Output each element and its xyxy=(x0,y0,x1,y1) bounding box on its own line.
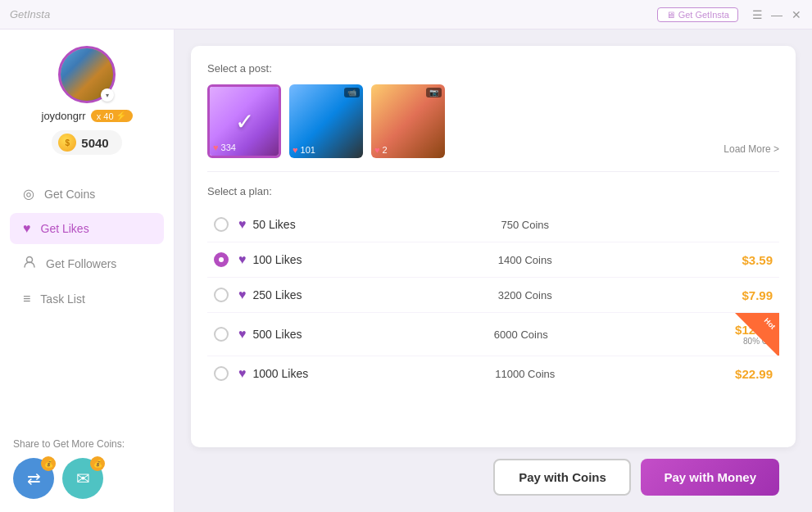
plan-heart-icon: ♥ xyxy=(238,288,247,302)
plan-250-likes[interactable]: ♥ 250 Likes 3200 Coins $7.99 xyxy=(207,278,779,313)
posts-row: ✓ ♥ 334 📹 ♥ 101 xyxy=(207,84,724,158)
titlebar-right: 🖥 Get GetInsta ☰ — ✕ xyxy=(657,7,802,22)
plan-500-radio[interactable] xyxy=(214,327,229,342)
post-2-bg: 📹 ♥ 101 xyxy=(289,84,363,158)
avatar-dropdown-icon[interactable]: ▾ xyxy=(101,88,114,102)
coins-nav-icon: ◎ xyxy=(23,186,34,202)
share-email-badge: 💰 xyxy=(90,456,105,471)
pay-with-coins-button[interactable]: Pay with Coins xyxy=(493,459,631,496)
plan-250-radio[interactable] xyxy=(214,288,229,302)
plan-100-name: 100 Likes xyxy=(253,253,335,266)
plan-500-name: 500 Likes xyxy=(253,328,335,341)
plan-100-coins: 1400 Coins xyxy=(335,254,716,266)
share-buttons: ⇄ 💰 ✉ 💰 xyxy=(13,458,161,499)
share-label: Share to Get More Coins: xyxy=(13,438,161,450)
username-row: joydongrr x 40 ⚡ xyxy=(42,110,133,122)
sidebar-item-task-list[interactable]: ≡ Task List xyxy=(10,283,164,315)
username-label: joydongrr xyxy=(42,110,86,122)
sidebar-item-label: Get Likes xyxy=(41,222,89,235)
hot-badge: Hot xyxy=(735,313,779,356)
post-2-likes-count: 101 xyxy=(301,145,315,155)
plan-1000-name: 1000 Likes xyxy=(253,367,335,380)
main-layout: ▾ joydongrr x 40 ⚡ $ 5040 ◎ Get Coins ♥ … xyxy=(0,29,812,512)
sidebar-item-label: Get Coins xyxy=(44,188,95,201)
lightning-icon: ⚡ xyxy=(116,111,127,121)
get-insta-button[interactable]: 🖥 Get GetInsta xyxy=(657,7,738,22)
plan-100-likes[interactable]: ♥ 100 Likes 1400 Coins $3.59 xyxy=(207,242,779,278)
plan-100-radio[interactable] xyxy=(214,252,229,267)
heart-icon: ♥ xyxy=(213,143,219,152)
window-controls: ☰ — ✕ xyxy=(751,9,802,20)
post-1[interactable]: ✓ ♥ 334 xyxy=(207,84,281,158)
sidebar-item-label: Task List xyxy=(40,292,84,306)
xp-value: x 40 xyxy=(97,111,114,121)
task-nav-icon: ≡ xyxy=(23,292,30,306)
plan-1000-price: $22.99 xyxy=(715,367,773,381)
email-icon: ✉ xyxy=(76,469,90,488)
plan-heart-icon: ♥ xyxy=(238,252,247,267)
select-post-label: Select a post: xyxy=(207,62,779,75)
heart-icon: ♥ xyxy=(374,145,380,155)
social-share-button[interactable]: ⇄ 💰 xyxy=(13,458,54,499)
avatar-container: ▾ xyxy=(58,46,116,103)
post-1-checkmark: ✓ xyxy=(235,108,254,135)
post-1-bg: ✓ ♥ 334 xyxy=(210,87,279,156)
plan-250-price: $7.99 xyxy=(715,288,773,302)
menu-button[interactable]: ☰ xyxy=(751,9,763,20)
post-2[interactable]: 📹 ♥ 101 xyxy=(289,84,363,158)
plan-50-coins: 750 Coins xyxy=(335,219,716,231)
post-3-likes-count: 2 xyxy=(383,145,388,155)
post-3-bg: 📷 ♥ 2 xyxy=(371,84,445,158)
share-icon: ⇄ xyxy=(27,469,41,488)
minimize-button[interactable]: — xyxy=(771,9,783,20)
plan-50-name: 50 Likes xyxy=(253,218,335,231)
coins-amount: 5040 xyxy=(81,136,108,150)
plan-1000-radio[interactable] xyxy=(214,366,229,381)
load-more-button[interactable]: Load More > xyxy=(724,143,779,155)
pay-with-money-button[interactable]: Pay with Money xyxy=(641,459,779,496)
heart-icon: ♥ xyxy=(293,145,298,155)
plan-heart-icon: ♥ xyxy=(238,327,247,342)
posts-section: ✓ ♥ 334 📹 ♥ 101 xyxy=(207,84,779,158)
plan-1000-coins: 11000 Coins xyxy=(335,368,716,380)
plan-heart-icon: ♥ xyxy=(238,366,247,381)
post-1-likes: ♥ 334 xyxy=(213,143,236,152)
select-plan-label: Select a plan: xyxy=(207,185,779,197)
post-2-type: 📹 xyxy=(344,88,360,97)
plan-50-radio[interactable] xyxy=(214,217,229,232)
sidebar-item-get-likes[interactable]: ♥ Get Likes xyxy=(10,213,164,244)
plan-1000-likes[interactable]: ♥ 1000 Likes 11000 Coins $22.99 xyxy=(207,356,779,391)
hot-corner-bg xyxy=(735,313,779,356)
content-area: Select a post: ✓ ♥ 334 xyxy=(175,29,812,512)
plan-heart-icon: ♥ xyxy=(238,217,247,232)
nav-items: ◎ Get Coins ♥ Get Likes Get Followers ≡ … xyxy=(0,178,174,318)
followers-nav-icon xyxy=(23,256,36,272)
plan-100-price: $3.59 xyxy=(715,253,773,267)
plans-list: ♥ 50 Likes 750 Coins ♥ 100 Likes 1400 Co… xyxy=(207,207,779,431)
plan-250-coins: 3200 Coins xyxy=(335,289,716,301)
sidebar-item-label: Get Followers xyxy=(46,257,116,270)
post-1-likes-count: 334 xyxy=(221,143,236,152)
sidebar: ▾ joydongrr x 40 ⚡ $ 5040 ◎ Get Coins ♥ … xyxy=(0,29,175,512)
coin-icon: $ xyxy=(58,134,76,152)
email-share-button[interactable]: ✉ 💰 xyxy=(62,458,103,499)
main-panel: Select a post: ✓ ♥ 334 xyxy=(191,46,796,447)
titlebar: GetInsta 🖥 Get GetInsta ☰ — ✕ xyxy=(0,0,812,29)
post-3-likes: ♥ 2 xyxy=(374,145,388,155)
plan-500-coins: 6000 Coins xyxy=(335,328,708,341)
divider xyxy=(207,171,779,172)
post-2-likes: ♥ 101 xyxy=(293,145,315,155)
close-button[interactable]: ✕ xyxy=(791,9,802,20)
post-3[interactable]: 📷 ♥ 2 xyxy=(371,84,445,158)
coins-display: $ 5040 xyxy=(52,130,121,155)
bottom-bar: Pay with Coins Pay with Money xyxy=(191,447,796,496)
heart-nav-icon: ♥ xyxy=(23,221,31,236)
plan-250-name: 250 Likes xyxy=(253,288,335,301)
plan-500-likes[interactable]: ♥ 500 Likes 6000 Coins $12.99 80% Off Ho… xyxy=(207,313,779,356)
sidebar-item-get-coins[interactable]: ◎ Get Coins xyxy=(10,178,164,210)
sidebar-item-get-followers[interactable]: Get Followers xyxy=(10,247,164,280)
share-social-badge: 💰 xyxy=(41,456,56,471)
monitor-icon: 🖥 xyxy=(666,10,675,20)
plan-50-likes[interactable]: ♥ 50 Likes 750 Coins xyxy=(207,207,779,242)
share-section: Share to Get More Coins: ⇄ 💰 ✉ 💰 xyxy=(0,425,174,512)
